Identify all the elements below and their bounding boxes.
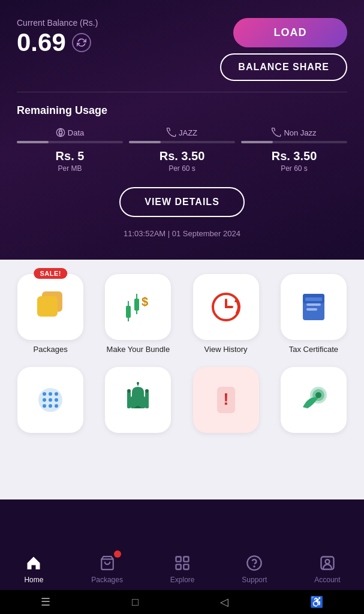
usage-data: Data Rs. 5 Per MB (17, 128, 123, 173)
svg-rect-3 (37, 296, 58, 317)
sale-badge: SALE! (34, 268, 67, 279)
svg-point-0 (56, 128, 64, 136)
tax-certificate-icon (297, 290, 330, 324)
app-item-packages[interactable]: SALE! Packages (11, 274, 90, 355)
remaining-usage-title: Remaining Usage (17, 104, 347, 117)
android-home-icon[interactable]: □ (132, 596, 139, 609)
balance-label: Current Balance (Rs.) (17, 18, 98, 28)
balance-left: Current Balance (Rs.) 0.69 (17, 18, 98, 55)
svg-rect-30 (145, 392, 149, 408)
bottom-nav: Home Packages Explore (0, 544, 364, 590)
svg-rect-14 (306, 303, 321, 306)
internet-icon (34, 383, 67, 417)
svg-rect-43 (176, 564, 181, 569)
app-item-tax-certificate[interactable]: Tax Certificate (274, 274, 353, 355)
app-item-alert[interactable]: ! (186, 367, 266, 438)
promo-icon (297, 383, 330, 417)
jazz-bar (129, 141, 235, 143)
timestamp: 11:03:52AM | 01 September 2024 (17, 229, 347, 248)
home-icon (23, 553, 44, 573)
view-history-icon (209, 290, 243, 324)
usage-grid: Data Rs. 5 Per MB JAZZ Rs. 3.50 Per 60 s (17, 128, 347, 173)
make-bundle-icon: $ (120, 289, 156, 325)
packages-label: Packages (34, 345, 68, 355)
svg-text:!: ! (223, 390, 228, 408)
balance-amount: 0.69 (17, 30, 98, 55)
android-bar: ☰ □ ◁ ♿ (0, 590, 364, 614)
svg-point-24 (55, 398, 58, 402)
svg-point-39 (315, 392, 321, 398)
usage-nonjazz-label: Non Jazz (272, 128, 316, 137)
svg-rect-17 (305, 297, 322, 301)
svg-point-21 (55, 392, 58, 396)
data-icon (56, 128, 65, 137)
svg-point-23 (49, 398, 52, 402)
nav-packages[interactable]: Packages (91, 553, 123, 584)
packages-icon (32, 289, 68, 325)
app-item-view-history[interactable]: View History (186, 274, 266, 355)
nav-account[interactable]: Account (314, 553, 340, 584)
view-details-button[interactable]: VIEW DETAILS (119, 187, 245, 217)
data-sub: Per MB (58, 164, 82, 173)
svg-rect-28 (127, 392, 131, 408)
packages-icon-box: SALE! (17, 274, 83, 340)
menu-icon[interactable]: ☰ (41, 595, 50, 609)
top-section: Current Balance (Rs.) 0.69 LOAD BALANCE … (0, 0, 364, 260)
nav-support[interactable]: Support (242, 553, 267, 584)
packages-badge (114, 550, 121, 558)
tax-certificate-icon-box (281, 274, 347, 340)
nonjazz-bar-fill (241, 141, 273, 143)
svg-point-19 (43, 392, 46, 396)
app-grid-row1: SALE! Packages $ (11, 274, 353, 355)
app-item-make-bundle[interactable]: $ Make Your Bundle (98, 274, 178, 355)
view-history-label: View History (204, 345, 248, 355)
internet-icon-box (17, 367, 83, 433)
balance-row: Current Balance (Rs.) 0.69 LOAD BALANCE … (17, 18, 347, 81)
nav-explore[interactable]: Explore (170, 553, 195, 584)
app-item-mosque[interactable] (98, 367, 178, 438)
bottom-section: SALE! Packages $ (0, 260, 364, 499)
usage-nonjazz: Non Jazz Rs. 3.50 Per 60 s (241, 128, 347, 173)
nav-support-label: Support (242, 576, 267, 584)
divider (17, 92, 347, 92)
nav-home-label: Home (24, 576, 43, 584)
svg-point-27 (55, 404, 58, 408)
jazz-sub: Per 60 s (169, 164, 195, 173)
support-icon (244, 553, 264, 573)
svg-rect-4 (126, 306, 131, 318)
load-button[interactable]: LOAD (233, 18, 347, 47)
data-value: Rs. 5 (56, 149, 85, 163)
svg-rect-15 (306, 308, 317, 311)
svg-rect-29 (127, 389, 131, 393)
alert-icon-box: ! (193, 367, 259, 433)
make-bundle-label: Make Your Bundle (107, 345, 170, 355)
nonjazz-value: Rs. 3.50 (272, 149, 317, 163)
svg-point-20 (49, 392, 52, 396)
mosque-icon (121, 382, 155, 418)
balance-share-button[interactable]: BALANCE SHARE (220, 53, 347, 81)
app-item-promo[interactable] (274, 367, 353, 438)
app-grid-row2: ! (11, 367, 353, 438)
balance-value: 0.69 (17, 30, 66, 55)
account-icon (317, 553, 338, 573)
packages-nav-icon (97, 553, 118, 573)
jazz-value: Rs. 3.50 (160, 149, 205, 163)
svg-rect-44 (183, 564, 188, 569)
usage-data-label: Data (56, 128, 84, 137)
back-icon[interactable]: ◁ (220, 595, 228, 609)
promo-icon-box (281, 367, 347, 433)
alert-icon: ! (211, 383, 241, 417)
svg-rect-7 (134, 299, 139, 311)
accessibility-icon[interactable]: ♿ (310, 595, 323, 609)
nav-home[interactable]: Home (23, 553, 44, 584)
svg-text:$: $ (142, 295, 148, 308)
usage-jazz-label: JAZZ (167, 128, 197, 137)
usage-jazz: JAZZ Rs. 3.50 Per 60 s (129, 128, 235, 173)
refresh-icon[interactable] (72, 33, 91, 52)
svg-point-48 (325, 559, 329, 564)
nonjazz-sub: Per 60 s (281, 164, 308, 173)
data-bar-fill (17, 141, 49, 143)
app-item-internet[interactable] (11, 367, 90, 438)
balance-right: LOAD BALANCE SHARE (220, 18, 347, 81)
make-bundle-icon-box: $ (105, 274, 171, 340)
